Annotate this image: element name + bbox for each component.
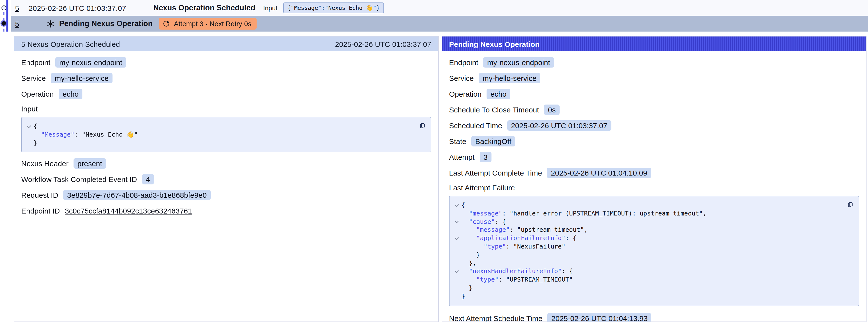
detail-field: Attempt 3	[449, 152, 859, 162]
pending-asterisk-icon	[47, 20, 54, 27]
endpoint-id-link[interactable]: 3c0c75ccfa8144b092c13ce632463761	[65, 207, 192, 215]
detail-field: Scheduled Time 2025-02-26 UTC 01:03:37.0…	[449, 120, 859, 131]
detail-field: Workflow Task Completed Event ID 4	[21, 174, 431, 185]
field-label: Endpoint	[449, 58, 478, 67]
input-json-block: { "Message": "Nexus Echo 👋"}	[21, 117, 431, 153]
field-value: 3e829b7e-7d67-4b08-aad3-b1e868bfe9e0	[63, 190, 211, 200]
collapse-chevron-icon[interactable]	[24, 122, 34, 131]
input-json-code: { "Message": "Nexus Echo 👋"}	[24, 122, 426, 147]
pending-fields: Endpoint my-nexus-endpoint Service my-he…	[449, 57, 859, 178]
event-rows: 5 2025-02-26 UTC 01:03:37.07 Nexus Opera…	[11, 0, 868, 32]
copy-icon[interactable]	[846, 201, 854, 208]
collapse-chevron-icon[interactable]	[452, 234, 461, 243]
field-label: Attempt	[449, 153, 474, 161]
detail-field: Nexus Header present	[21, 159, 431, 169]
code-gutter	[452, 284, 461, 292]
detail-field: Schedule To Close Timeout 0s	[449, 104, 859, 115]
failure-json-block: { "message": "handler error (UPSTREAM_TI…	[449, 196, 859, 306]
code-gutter	[452, 251, 461, 259]
retry-badge-text: Attempt 3 · Next Retry 0s	[174, 20, 251, 28]
retry-attempt-badge: Attempt 3 · Next Retry 0s	[159, 18, 256, 30]
field-value: my-hello-service	[479, 73, 540, 83]
timeline-rail	[0, 0, 11, 33]
code-line-text: "type": "UPSTREAM_TIMEOUT"	[461, 276, 573, 284]
field-value: BackingOff	[471, 136, 515, 147]
detail-field: Next Attempt Schedule Time 2025-02-26 UT…	[449, 313, 859, 322]
active-event-indicator-bar	[6, 0, 8, 32]
detail-field: Last Attempt Complete Time 2025-02-26 UT…	[449, 168, 859, 178]
field-label: Service	[21, 74, 46, 82]
code-line-text: "nexusHandlerFailureInfo": {	[461, 267, 573, 276]
detail-field: Service my-hello-service	[21, 73, 431, 83]
collapse-chevron-icon[interactable]	[452, 267, 461, 276]
timeline-open-circle-icon	[1, 5, 6, 10]
copy-icon[interactable]	[418, 122, 426, 129]
field-value: 0s	[544, 104, 560, 115]
scheduled-panel-title: 5 Nexus Operation Scheduled	[21, 40, 120, 48]
code-gutter	[24, 131, 34, 139]
field-label: Nexus Header	[21, 160, 69, 168]
field-label: Service	[449, 74, 474, 82]
next-attempt-field: Next Attempt Schedule Time 2025-02-26 UT…	[449, 313, 859, 322]
detail-field: Endpoint my-nexus-endpoint	[449, 57, 859, 68]
event-row-scheduled[interactable]: 5 2025-02-26 UTC 01:03:37.07 Nexus Opera…	[11, 0, 868, 16]
event-history-view: 5 2025-02-26 UTC 01:03:37.07 Nexus Opera…	[0, 0, 868, 322]
field-value: my-nexus-endpoint	[483, 57, 554, 68]
input-label: Input	[263, 4, 278, 11]
detail-field: Request ID 3e829b7e-7d67-4b08-aad3-b1e86…	[21, 190, 431, 200]
code-gutter	[452, 276, 461, 284]
code-gutter	[452, 210, 461, 218]
scheduled-panel-timestamp: 2025-02-26 UTC 01:03:37.07	[335, 40, 431, 48]
field-label: Next Attempt Schedule Time	[449, 314, 542, 322]
field-value: 2025-02-26 UTC 01:04:10.09	[547, 168, 651, 178]
collapse-chevron-icon[interactable]	[452, 201, 461, 210]
field-value: echo	[59, 89, 83, 99]
scheduled-panel-body: Endpoint my-nexus-endpoint Service my-he…	[14, 51, 438, 227]
field-label: Request ID	[21, 191, 58, 199]
pending-panel-title: Pending Nexus Operation	[449, 40, 539, 48]
event-id-link[interactable]: 5	[15, 4, 19, 12]
field-label: Workflow Task Completed Event ID	[21, 175, 137, 184]
retry-icon	[163, 20, 170, 27]
failure-json-code: { "message": "handler error (UPSTREAM_TI…	[452, 201, 854, 300]
field-value: 4	[142, 174, 154, 185]
code-line-text: "cause": {	[461, 218, 506, 226]
field-value: my-hello-service	[51, 73, 113, 83]
detail-field: Operation echo	[21, 89, 431, 99]
field-label: Endpoint	[21, 58, 50, 67]
pending-event-title: Pending Nexus Operation	[59, 19, 153, 28]
code-line-text: }	[34, 139, 37, 147]
code-gutter	[452, 259, 461, 267]
timeline-dashed-connector	[3, 7, 4, 32]
event-row-pending[interactable]: 5 Pending Nexus Operation Attempt 3 · Ne…	[11, 16, 868, 32]
scheduled-event-panel: 5 Nexus Operation Scheduled 2025-02-26 U…	[14, 36, 439, 322]
code-line-text: "type": "NexusFailure"	[461, 243, 565, 251]
field-value: 2025-02-26 UTC 01:03:37.07	[507, 120, 611, 131]
detail-field: Operation echo	[449, 89, 859, 99]
code-line-text: }	[461, 292, 465, 301]
code-line-text: }	[461, 284, 472, 292]
failure-section-label: Last Attempt Failure	[449, 184, 859, 192]
input-value-chip: {"Message":"Nexus Echo 👋"}	[283, 2, 384, 13]
pending-panel-header: Pending Nexus Operation	[442, 36, 866, 51]
timeline-current-dot-icon	[1, 21, 6, 26]
detail-field: Service my-hello-service	[449, 73, 859, 83]
code-gutter	[24, 139, 34, 147]
code-line-text: }	[461, 251, 480, 259]
detail-panels: 5 Nexus Operation Scheduled 2025-02-26 U…	[14, 36, 867, 322]
code-line-text: "applicationFailureInfo": {	[461, 234, 577, 243]
code-line-text: },	[461, 259, 476, 267]
event-title: Nexus Operation Scheduled	[153, 3, 255, 12]
field-label: Scheduled Time	[449, 121, 502, 130]
detail-field: Endpoint my-nexus-endpoint	[21, 57, 431, 68]
collapse-chevron-icon[interactable]	[452, 218, 461, 226]
code-line-text: "message": "upstream timeout",	[461, 226, 588, 234]
event-id-link[interactable]: 5	[15, 20, 19, 28]
scheduled-fields-meta: Nexus Header present Workflow Task Compl…	[21, 159, 431, 216]
event-timestamp: 2025-02-26 UTC 01:03:37.07	[29, 4, 126, 12]
code-line-text: "message": "handler error (UPSTREAM_TIME…	[461, 210, 706, 218]
field-label: Last Attempt Complete Time	[449, 169, 542, 177]
scheduled-fields: Endpoint my-nexus-endpoint Service my-he…	[21, 57, 431, 99]
field-label: State	[449, 137, 466, 146]
scheduled-panel-header: 5 Nexus Operation Scheduled 2025-02-26 U…	[14, 36, 438, 51]
